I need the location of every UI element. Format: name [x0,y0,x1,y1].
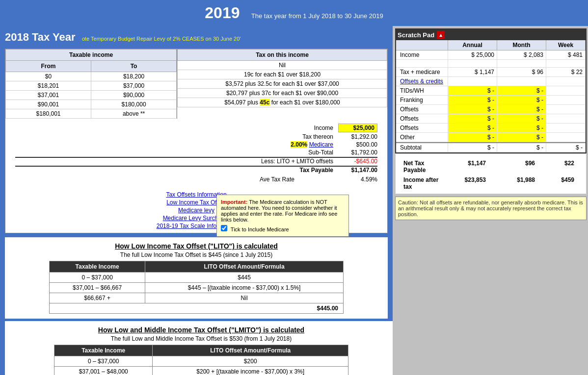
tax-on-income-table: Tax on this income Nil 19c for each $1 o… [177,49,387,119]
offsets-month-val-2: - [541,115,543,122]
other-annual[interactable]: $ - [448,133,497,142]
from-cell: $180,001 [6,109,91,119]
notice-text: ote Temporary Budget Repair Levy of 2% C… [82,36,241,42]
franking-annual[interactable]: $ - [448,96,497,104]
offsets-annual-1[interactable]: $ - [448,105,497,114]
to-cell: $18,200 [91,72,177,81]
subtotal-annual: $ - [448,143,497,152]
dollar-sign: $ [487,106,492,113]
tax-payable-row: Tax Payable $1,147.00 [15,166,377,174]
taxable-income-header: Taxable income [6,50,177,61]
income-value[interactable]: $25,000 [338,124,377,132]
checkbox-label: Tick to Include Medicare [231,226,289,232]
table-row: $37,001 $90,000 [6,91,177,100]
tids-month[interactable]: $ - [497,86,546,95]
subtotal-week: $ - [546,143,586,152]
offsets-month-2[interactable]: $ - [497,114,546,123]
scratch-income-row: Income $ 25,000 $ 2,083 $ 481 [396,50,586,60]
lito-income-1: $37,001 – $66,667 [50,283,145,293]
lito-subtitle: The full Low Income Tax Offset is $445 (… [15,251,378,258]
net-tax-annual: $1,147 [441,160,490,174]
scratch-tids-row: TIDs/WH $ - $ - [396,86,586,96]
table-row: Nil [178,61,387,70]
taxable-income-table: Taxable income From To $0 $18,200 [5,49,177,119]
dollar-sign: $ [571,69,576,75]
other-label: Other [396,133,448,142]
other-month-val: - [541,134,543,141]
tab-indicator: ▲ [437,31,445,39]
from-cell: $37,001 [6,91,91,100]
dollar-sign: $ [487,97,492,103]
offsets-annual-val-1: - [492,106,494,113]
tids-annual[interactable]: $ - [448,86,497,95]
income-label: Income [235,125,333,131]
lito-col2-header: LITO Offset Amount/Formula [145,261,344,273]
table-row: $3,572 plus 32.5c for each $1 over $37,0… [178,79,387,89]
less-row: Less: LITO + LMITO offsets -$645.00 [15,157,377,165]
offsets-annual-3[interactable]: $ - [448,124,497,132]
net-tax-week: $22 [539,160,578,174]
dollar-sign: $ [536,87,541,94]
tids-week [546,86,586,95]
subtotal-row: Sub-Total $1,792.00 [15,149,377,156]
lmito-col2-header: LITO Offset Amount/Formula [153,345,348,356]
offsets-annual-val-3: - [492,125,494,131]
lito-formula-1: $445 – [(taxable income - $37,000) x 1.5… [145,283,344,293]
lmito-formula-1: $200 + [(taxable income - $37,000) x 3%] [153,367,348,375]
scratch-offsets-row-1: Offsets $ - $ - [396,105,586,114]
offsets-month-1[interactable]: $ - [497,105,546,114]
offsets-month-3[interactable]: $ - [497,124,546,132]
from-cell: $0 [6,72,91,81]
income-after-tax-label: Income after tax [403,176,441,190]
lito-formula-2: Nil [145,293,344,303]
other-week [546,133,586,142]
other-annual-val: - [492,134,494,141]
other-month[interactable]: $ - [497,133,546,142]
franking-annual-val: - [492,97,494,103]
scratch-pad: Scratch Pad ▲ Annual Month Week Income $… [395,28,587,153]
tax-row-0: Nil [178,61,387,70]
medicare-checkbox[interactable] [221,225,227,231]
lito-income-0: 0 – $37,000 [50,273,145,283]
dollar-sign: $ [487,144,492,151]
subtotal-label: Sub-Total [235,149,333,156]
offsets-credits-label[interactable]: Offsets & credits [396,77,448,86]
franking-week [546,96,586,104]
lmito-formula-0: $200 [153,356,348,367]
tooltip-checkbox-row[interactable]: Tick to Include Medicare [221,225,345,232]
lito-total: $445.00 [50,303,344,314]
tooltip-text: Important: The Medicare calculation is N… [221,199,345,223]
dollar-sign: $ [576,144,581,151]
table-row: 19c for each $1 over $18,200 [178,70,387,79]
scratch-col-headers: Annual Month Week [396,40,586,50]
dollar-sign: $ [471,51,476,58]
empty-annual [448,60,497,67]
subtotal-month-val: - [541,144,543,151]
lito-income-2: $66,667 + [50,293,145,303]
col-label [396,40,448,50]
scratch-pad-header: Scratch Pad ▲ [396,29,586,40]
ave-tax-value: 4.59% [338,176,377,183]
lito-section: How Low Income Tax Offset ("LITO") is ca… [5,237,388,319]
tax-payable-label: Tax Payable [235,167,333,174]
dollar-sign: $ [536,144,541,151]
to-cell: $90,000 [91,91,177,100]
offsets-week-3 [546,124,586,132]
table-row: $66,667 + Nil [50,293,344,303]
subtotal-week-val: - [581,144,583,151]
offsets-annual-2[interactable]: $ - [448,114,497,123]
less-value: -$645.00 [338,158,377,165]
lmito-title: How Low and Middle Income Tax Offset ("L… [15,326,388,334]
tax-row-3: $20,797 plus 37c for each $1 over $90,00… [178,89,387,98]
franking-month[interactable]: $ - [497,96,546,104]
medicare-text[interactable]: Medicare [309,141,333,148]
caution-box: Caution: Not all offsets are refundable,… [395,197,587,220]
scratch-other-row: Other $ - $ - [396,133,586,142]
tax-row-1: 19c for each $1 over $18,200 [178,70,387,79]
to-cell: $37,000 [91,81,177,91]
offsets-month-val-1: - [541,106,543,113]
subtotal-value: $1,792.00 [338,149,377,156]
subtotal-label: Subtotal [396,143,448,152]
dollar-sign: $ [487,115,492,122]
tax-payable-value: $1,147.00 [338,167,377,174]
